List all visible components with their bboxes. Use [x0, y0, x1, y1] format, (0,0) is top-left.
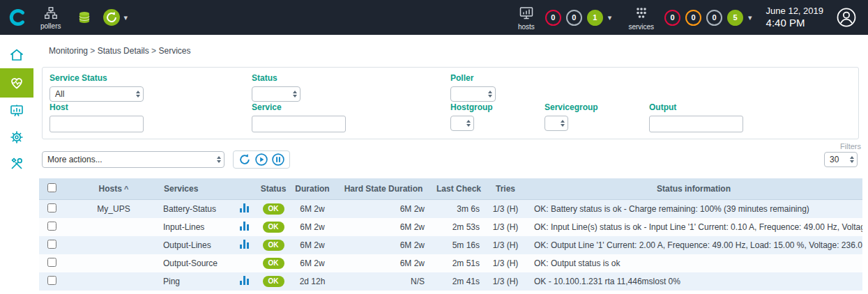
user-profile-button[interactable] — [836, 7, 857, 28]
status-counter-ok[interactable]: 5 — [727, 10, 743, 26]
status-information-cell: OK: Battery status is ok - Charge remain… — [526, 200, 862, 219]
hard-state-duration-cell: 6M 2w — [335, 254, 432, 272]
status-counter-unreachable[interactable]: 0 — [566, 10, 582, 26]
resume-button[interactable] — [254, 153, 268, 167]
date-text: June 12, 2019 — [766, 6, 823, 17]
database-status-icon[interactable] — [76, 9, 93, 26]
hard-state-duration-cell: 6M 2w — [335, 200, 432, 219]
time-text: 4:40 PM — [766, 17, 823, 30]
sort-asc-icon: ^ — [122, 185, 128, 193]
column-header-services[interactable]: Services — [163, 178, 231, 200]
hostgroup-select[interactable] — [450, 116, 474, 131]
pollers-menu[interactable]: pollers — [40, 6, 61, 30]
row-checkbox[interactable] — [47, 258, 56, 267]
status-select[interactable] — [252, 86, 300, 102]
column-header-hard-state-duration[interactable]: Hard State Duration — [335, 178, 432, 200]
services-label: services — [628, 23, 654, 31]
column-header-tries[interactable]: Tries — [485, 178, 526, 200]
status-information-cell: OK - 10.100.1.231 rta 11,446mslost 0% — [526, 272, 862, 291]
centreon-app: pollers ▾ hos — [0, 0, 868, 294]
status-cell: OK — [257, 254, 290, 272]
services-menu[interactable]: services — [628, 5, 654, 31]
service-status-select[interactable]: All — [50, 86, 144, 102]
column-header-status[interactable]: Status — [257, 178, 290, 200]
row-checkbox[interactable] — [47, 203, 56, 212]
sidebar-item-home[interactable] — [0, 42, 33, 68]
graph-cell — [231, 236, 257, 254]
hosts-label: hosts — [518, 23, 535, 31]
speed-actions-group — [233, 150, 290, 169]
refresh-icon — [238, 153, 252, 167]
services-table: Hosts ^ServicesStatusDurationHard State … — [39, 178, 862, 291]
graph-cell — [231, 272, 257, 291]
column-header-last-check[interactable]: Last Check — [432, 178, 485, 200]
breadcrumb-item[interactable]: Status Details — [98, 46, 149, 56]
page-size-select[interactable]: 30 — [824, 152, 858, 167]
poller-select[interactable] — [450, 86, 496, 102]
host-input[interactable] — [50, 116, 144, 132]
host-name-cell[interactable]: My_UPS — [64, 200, 163, 219]
status-counter-up[interactable]: 1 — [587, 10, 603, 26]
status-counter-warning[interactable]: 0 — [685, 10, 701, 26]
performance-graph-icon[interactable] — [240, 222, 249, 231]
clock: June 12, 2019 4:40 PM — [766, 6, 823, 30]
service-name-cell[interactable]: Output-Lines — [163, 236, 231, 254]
table-header-row: Hosts ^ServicesStatusDurationHard State … — [39, 178, 862, 200]
more-actions-select[interactable]: More actions... — [42, 151, 224, 168]
status-information-cell: OK: Output Line '1' Current: 2.00 A, Fre… — [526, 236, 862, 254]
column-header-hosts[interactable]: Hosts ^ — [64, 178, 163, 200]
service-name-cell[interactable]: Input-Lines — [163, 218, 231, 236]
sidebar-item-reporting[interactable] — [0, 98, 33, 124]
service-name-cell[interactable]: Output-Source — [163, 254, 231, 272]
row-select-cell — [39, 236, 64, 254]
status-counter-unknown[interactable]: 0 — [706, 10, 722, 26]
service-name-cell[interactable]: Battery-Status — [163, 200, 231, 219]
sidebar-item-configuration[interactable] — [0, 124, 33, 150]
hosts-menu[interactable]: hosts — [518, 5, 535, 31]
top-bar: pollers ▾ hos — [0, 0, 868, 35]
select-arrows-icon — [466, 120, 471, 127]
duration-cell: 2d 12h — [290, 272, 335, 291]
performance-graph-icon[interactable] — [240, 203, 249, 212]
row-checkbox[interactable] — [47, 240, 56, 249]
select-arrows-icon — [488, 91, 492, 98]
hosts-chevron-down-icon[interactable]: ▾ — [608, 14, 612, 22]
service-name-cell[interactable]: Ping — [163, 272, 231, 291]
services-status-counters: 0005 — [664, 10, 743, 26]
status-counter-critical[interactable]: 0 — [664, 10, 680, 26]
monitoring-heart-pulse-icon — [8, 75, 25, 91]
last-check-cell: 3m 6s — [432, 200, 485, 219]
hosts-icon — [518, 5, 535, 22]
servicegroup-select[interactable] — [545, 116, 568, 131]
performance-graph-icon[interactable] — [240, 276, 249, 285]
sidebar-item-administration[interactable] — [0, 150, 33, 177]
host-name-cell — [64, 236, 163, 254]
last-check-cell: 2m 53s — [432, 218, 485, 236]
reporting-icon — [8, 102, 25, 119]
sidebar-item-monitoring[interactable] — [0, 68, 33, 98]
output-input[interactable] — [649, 116, 743, 132]
service-row: Output-SourceOK6M 2w6M 2w2m 51s1/3 (H)OK… — [39, 254, 862, 272]
filters-panel: Service Status All Status Poller — [42, 67, 859, 139]
status-counter-down[interactable]: 0 — [545, 10, 561, 26]
select-all-checkbox[interactable] — [47, 183, 56, 192]
user-profile-icon — [836, 7, 857, 28]
row-checkbox[interactable] — [47, 276, 56, 285]
breadcrumb-item[interactable]: Services — [158, 46, 190, 56]
hard-state-duration-cell: 6M 2w — [335, 236, 432, 254]
service-input[interactable] — [252, 116, 346, 132]
pause-button[interactable] — [271, 153, 285, 167]
performance-graph-icon[interactable] — [240, 240, 249, 249]
column-header-status-information[interactable]: Status information — [526, 178, 862, 200]
poller-state-menu[interactable]: ▾ — [102, 8, 128, 26]
duration-cell: 6M 2w — [290, 236, 335, 254]
centreon-logo[interactable] — [0, 8, 35, 27]
column-header-duration[interactable]: Duration — [290, 178, 335, 200]
tries-cell: 1/3 (H) — [485, 218, 526, 236]
row-checkbox[interactable] — [47, 222, 56, 231]
services-chevron-down-icon[interactable]: ▾ — [748, 14, 752, 22]
duration-cell: 6M 2w — [290, 254, 335, 272]
select-value: All — [55, 89, 64, 99]
refresh-button[interactable] — [238, 153, 252, 167]
breadcrumb-item[interactable]: Monitoring — [49, 46, 88, 56]
